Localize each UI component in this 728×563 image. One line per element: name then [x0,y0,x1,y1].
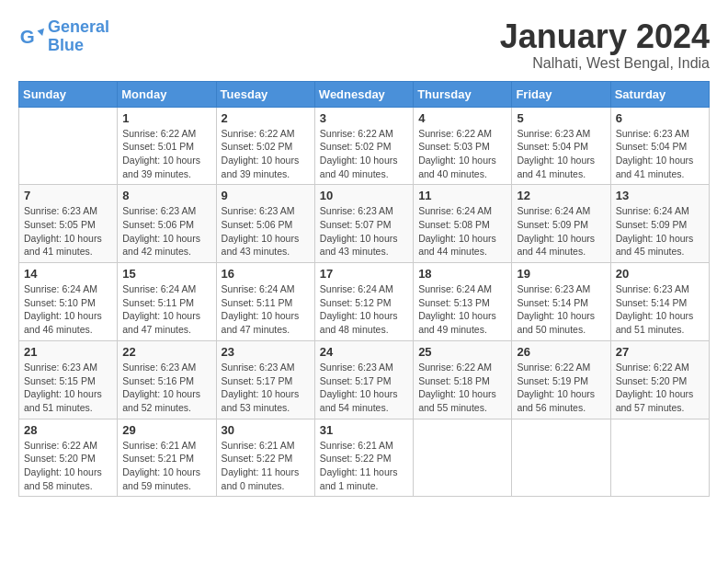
column-header-monday: Monday [118,81,216,107]
calendar-cell [610,419,709,497]
day-info: Sunrise: 6:21 AMSunset: 5:21 PMDaylight:… [122,439,210,493]
day-number: 16 [222,267,310,281]
day-info: Sunrise: 6:24 AMSunset: 5:09 PMDaylight:… [616,204,704,259]
day-info: Sunrise: 6:22 AMSunset: 5:18 PMDaylight:… [418,361,506,415]
day-info: Sunrise: 6:24 AMSunset: 5:11 PMDaylight:… [122,282,210,337]
column-header-saturday: Saturday [610,81,709,107]
svg-marker-1 [38,28,44,35]
day-info: Sunrise: 6:23 AMSunset: 5:06 PMDaylight:… [222,204,310,259]
calendar-cell [19,107,118,185]
calendar-cell: 13Sunrise: 6:24 AMSunset: 5:09 PMDayligh… [610,185,709,263]
calendar-cell: 14Sunrise: 6:24 AMSunset: 5:10 PMDayligh… [19,263,118,341]
day-number: 24 [320,345,408,359]
calendar-week-row: 7Sunrise: 6:23 AMSunset: 5:05 PMDaylight… [19,185,710,263]
calendar-cell: 31Sunrise: 6:21 AMSunset: 5:22 PMDayligh… [314,419,413,497]
calendar-table: SundayMondayTuesdayWednesdayThursdayFrid… [18,81,710,498]
day-info: Sunrise: 6:24 AMSunset: 5:10 PMDaylight:… [24,282,112,337]
day-number: 26 [517,345,605,359]
column-header-tuesday: Tuesday [216,81,314,107]
calendar-cell: 11Sunrise: 6:24 AMSunset: 5:08 PMDayligh… [414,185,512,263]
day-number: 5 [517,111,605,125]
day-info: Sunrise: 6:22 AMSunset: 5:01 PMDaylight:… [122,127,210,181]
day-number: 17 [320,267,408,281]
calendar-cell: 24Sunrise: 6:23 AMSunset: 5:17 PMDayligh… [314,340,413,419]
day-number: 19 [517,267,605,281]
day-info: Sunrise: 6:22 AMSunset: 5:20 PMDaylight:… [24,439,112,493]
day-number: 29 [122,423,210,437]
day-number: 10 [320,189,408,202]
day-info: Sunrise: 6:21 AMSunset: 5:22 PMDaylight:… [222,439,310,493]
calendar-cell: 18Sunrise: 6:24 AMSunset: 5:13 PMDayligh… [414,263,512,341]
day-info: Sunrise: 6:24 AMSunset: 5:13 PMDaylight:… [418,282,506,337]
day-info: Sunrise: 6:23 AMSunset: 5:15 PMDaylight:… [24,361,112,415]
calendar-week-row: 1Sunrise: 6:22 AMSunset: 5:01 PMDaylight… [19,107,710,185]
calendar-cell: 23Sunrise: 6:23 AMSunset: 5:17 PMDayligh… [216,340,314,419]
month-title: January 2024 [500,18,710,55]
day-number: 1 [122,111,210,125]
day-number: 23 [222,345,310,359]
calendar-cell: 30Sunrise: 6:21 AMSunset: 5:22 PMDayligh… [216,419,314,497]
day-info: Sunrise: 6:22 AMSunset: 5:02 PMDaylight:… [222,127,310,181]
day-info: Sunrise: 6:21 AMSunset: 5:22 PMDaylight:… [320,439,408,493]
day-info: Sunrise: 6:23 AMSunset: 5:17 PMDaylight:… [320,361,408,415]
day-info: Sunrise: 6:23 AMSunset: 5:04 PMDaylight:… [616,127,704,181]
day-number: 21 [24,345,112,359]
calendar-cell: 16Sunrise: 6:24 AMSunset: 5:11 PMDayligh… [216,263,314,341]
calendar-cell: 22Sunrise: 6:23 AMSunset: 5:16 PMDayligh… [118,340,216,419]
day-number: 7 [24,189,112,202]
calendar-cell: 2Sunrise: 6:22 AMSunset: 5:02 PMDaylight… [216,107,314,185]
day-info: Sunrise: 6:23 AMSunset: 5:04 PMDaylight:… [517,127,605,181]
day-info: Sunrise: 6:23 AMSunset: 5:05 PMDaylight:… [24,204,112,259]
day-number: 28 [24,423,112,437]
calendar-week-row: 28Sunrise: 6:22 AMSunset: 5:20 PMDayligh… [19,419,710,497]
day-number: 6 [616,111,704,125]
day-number: 25 [418,345,506,359]
logo: G General Blue [18,18,109,55]
column-header-wednesday: Wednesday [314,81,413,107]
day-number: 11 [418,189,506,202]
logo-text: General Blue [48,18,109,55]
day-number: 14 [24,267,112,281]
day-info: Sunrise: 6:23 AMSunset: 5:17 PMDaylight:… [222,361,310,415]
calendar-cell: 9Sunrise: 6:23 AMSunset: 5:06 PMDaylight… [216,185,314,263]
calendar-header-row: SundayMondayTuesdayWednesdayThursdayFrid… [19,81,710,107]
day-info: Sunrise: 6:22 AMSunset: 5:20 PMDaylight:… [616,361,704,415]
calendar-cell: 12Sunrise: 6:24 AMSunset: 5:09 PMDayligh… [512,185,610,263]
day-number: 22 [122,345,210,359]
logo-icon: G [18,24,44,50]
day-number: 4 [418,111,506,125]
calendar-cell [512,419,610,497]
calendar-cell: 1Sunrise: 6:22 AMSunset: 5:01 PMDaylight… [118,107,216,185]
day-number: 18 [418,267,506,281]
calendar-cell: 26Sunrise: 6:22 AMSunset: 5:19 PMDayligh… [512,340,610,419]
calendar-cell: 25Sunrise: 6:22 AMSunset: 5:18 PMDayligh… [414,340,512,419]
calendar-cell: 4Sunrise: 6:22 AMSunset: 5:03 PMDaylight… [414,107,512,185]
day-number: 27 [616,345,704,359]
column-header-friday: Friday [512,81,610,107]
calendar-cell: 15Sunrise: 6:24 AMSunset: 5:11 PMDayligh… [118,263,216,341]
title-block: January 2024 Nalhati, West Bengal, India [500,18,710,72]
column-header-sunday: Sunday [19,81,118,107]
day-info: Sunrise: 6:22 AMSunset: 5:19 PMDaylight:… [517,361,605,415]
day-info: Sunrise: 6:24 AMSunset: 5:08 PMDaylight:… [418,204,506,259]
day-info: Sunrise: 6:23 AMSunset: 5:06 PMDaylight:… [122,204,210,259]
day-number: 13 [616,189,704,202]
calendar-cell: 28Sunrise: 6:22 AMSunset: 5:20 PMDayligh… [19,419,118,497]
page-header: G General Blue January 2024 Nalhati, Wes… [18,18,710,72]
day-number: 2 [222,111,310,125]
calendar-cell: 29Sunrise: 6:21 AMSunset: 5:21 PMDayligh… [118,419,216,497]
calendar-cell: 6Sunrise: 6:23 AMSunset: 5:04 PMDaylight… [610,107,709,185]
day-info: Sunrise: 6:24 AMSunset: 5:11 PMDaylight:… [222,282,310,337]
calendar-cell: 19Sunrise: 6:23 AMSunset: 5:14 PMDayligh… [512,263,610,341]
day-number: 30 [222,423,310,437]
calendar-week-row: 21Sunrise: 6:23 AMSunset: 5:15 PMDayligh… [19,340,710,419]
calendar-week-row: 14Sunrise: 6:24 AMSunset: 5:10 PMDayligh… [19,263,710,341]
calendar-cell: 3Sunrise: 6:22 AMSunset: 5:02 PMDaylight… [314,107,413,185]
day-info: Sunrise: 6:23 AMSunset: 5:16 PMDaylight:… [122,361,210,415]
day-info: Sunrise: 6:22 AMSunset: 5:02 PMDaylight:… [320,127,408,181]
day-info: Sunrise: 6:24 AMSunset: 5:12 PMDaylight:… [320,282,408,337]
day-number: 12 [517,189,605,202]
calendar-cell: 8Sunrise: 6:23 AMSunset: 5:06 PMDaylight… [118,185,216,263]
calendar-cell: 7Sunrise: 6:23 AMSunset: 5:05 PMDaylight… [19,185,118,263]
location-subtitle: Nalhati, West Bengal, India [500,55,710,72]
